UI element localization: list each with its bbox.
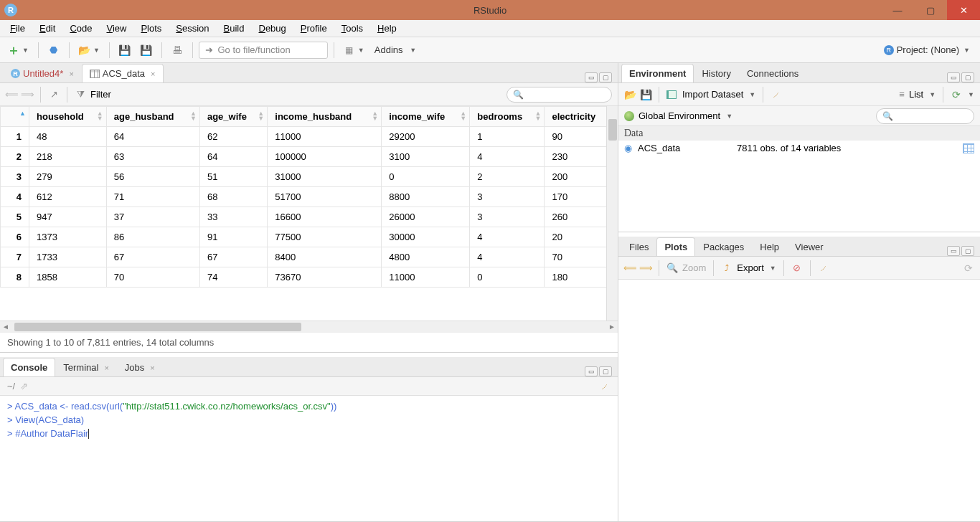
env-view-mode[interactable]: List [909, 89, 923, 100]
data-grid[interactable]: ▲ household▲▼ age_husband▲▼ age_wife▲▼ i… [0, 106, 618, 321]
save-button[interactable]: 💾 [116, 41, 134, 60]
tab-acsdata[interactable]: ACS_data × [82, 64, 164, 82]
refresh-icon[interactable]: ⟳ [951, 89, 962, 100]
menu-plots[interactable]: Plots [135, 22, 167, 35]
forward-icon[interactable]: ⟹ [22, 89, 33, 100]
menu-profile[interactable]: Profile [295, 22, 333, 35]
tab-plots[interactable]: Plots [656, 237, 695, 256]
filter-label[interactable]: Filter [90, 89, 111, 100]
table-row[interactable]: 327956513100002200 [1, 167, 618, 187]
table-row[interactable]: 14864621100029200190 [1, 127, 618, 147]
back-icon[interactable]: ⟸ [6, 89, 17, 100]
table-row[interactable]: 2218636410000031004230 [1, 147, 618, 167]
zoom-icon[interactable]: 🔍 [666, 262, 678, 274]
tab-console[interactable]: Console [3, 358, 55, 376]
pane-maximize-button[interactable]: ▢ [961, 246, 974, 256]
menu-edit[interactable]: Edit [34, 22, 61, 35]
pane-maximize-button[interactable]: ▢ [599, 366, 612, 376]
close-tab-icon[interactable]: × [69, 70, 73, 78]
window-maximize-button[interactable]: ▢ [914, 0, 947, 20]
menu-debug[interactable]: Debug [253, 22, 292, 35]
pane-minimize-button[interactable]: ▭ [947, 72, 960, 82]
pane-minimize-button[interactable]: ▭ [947, 246, 960, 256]
print-button[interactable]: 🖶 [168, 41, 187, 60]
table-row[interactable]: 461271685170088003170 [1, 187, 618, 207]
goto-file-input[interactable]: ➜ Go to file/function [199, 42, 328, 59]
close-icon[interactable]: × [104, 364, 108, 372]
tab-terminal[interactable]: Terminal× [55, 358, 117, 376]
window-minimize-button[interactable]: — [881, 0, 914, 20]
col-age-husband[interactable]: age_husband▲▼ [106, 107, 199, 127]
new-project-button[interactable]: ⬣ [44, 41, 63, 60]
col-rownum[interactable]: ▲ [1, 107, 29, 127]
menu-build[interactable]: Build [218, 22, 250, 35]
col-income-husband[interactable]: income_husband▲▼ [268, 107, 382, 127]
close-icon[interactable]: × [150, 364, 154, 372]
app-icon: R [4, 4, 17, 16]
plot-next-icon[interactable]: ⟹ [640, 262, 651, 274]
save-workspace-icon[interactable]: 💾 [640, 89, 651, 100]
tab-acsdata-label: ACS_data [103, 68, 145, 79]
tab-files[interactable]: Files [621, 237, 656, 256]
horizontal-scrollbar[interactable]: ◄ ► [0, 321, 618, 332]
env-scope[interactable]: Global Environment [639, 110, 720, 121]
load-workspace-icon[interactable]: 📂 [624, 89, 636, 100]
plot-area [618, 280, 980, 521]
goto-wd-icon[interactable]: ⇗ [18, 381, 29, 392]
env-search[interactable]: 🔍 [876, 108, 974, 124]
clear-console-icon[interactable]: ⟋ [599, 381, 611, 392]
menu-view[interactable]: View [100, 22, 132, 35]
table-row[interactable]: 6137386917750030000420 [1, 227, 618, 247]
menu-help[interactable]: Help [372, 22, 402, 35]
menu-session[interactable]: Session [170, 22, 215, 35]
menu-tools[interactable]: Tools [336, 22, 369, 35]
window-close-button[interactable]: ✕ [947, 0, 980, 20]
pane-maximize-button[interactable]: ▢ [961, 72, 974, 82]
col-income-wife[interactable]: income_wife▲▼ [382, 107, 470, 127]
save-all-button[interactable]: 💾 [137, 41, 156, 60]
addins-button[interactable]: Addins ▼ [371, 41, 420, 60]
pane-minimize-button[interactable]: ▭ [585, 72, 598, 82]
refresh-plot-icon[interactable]: ⟳ [963, 262, 974, 274]
table-row[interactable]: 81858707473670110000180 [1, 267, 618, 288]
grid-layout-button[interactable]: ▦▼ [340, 41, 368, 60]
tab-viewer[interactable]: Viewer [787, 237, 831, 256]
col-bedrooms[interactable]: bedrooms▲▼ [470, 107, 545, 127]
clear-workspace-icon[interactable]: ⟋ [771, 89, 782, 100]
tab-help[interactable]: Help [752, 237, 787, 256]
vertical-scrollbar[interactable] [606, 106, 618, 321]
tab-packages[interactable]: Packages [695, 237, 752, 256]
export-button[interactable]: Export [737, 262, 764, 273]
plot-prev-icon[interactable]: ⟸ [624, 262, 636, 274]
open-file-button[interactable]: 📂▼ [75, 41, 103, 60]
import-dataset-button[interactable]: Import Dataset [682, 89, 743, 100]
view-data-icon[interactable] [963, 143, 974, 153]
expand-icon[interactable]: ◉ [624, 143, 632, 153]
close-tab-icon[interactable]: × [151, 70, 155, 78]
menu-bar: File Edit Code View Plots Session Build … [0, 20, 980, 37]
env-item-acsdata[interactable]: ◉ ACS_data 7811 obs. of 14 variables [618, 141, 980, 156]
tab-environment[interactable]: Environment [621, 64, 694, 82]
dataviewer-search[interactable]: 🔍 [507, 87, 612, 103]
menu-file[interactable]: File [4, 22, 31, 35]
table-row[interactable]: 71733676784004800470 [1, 247, 618, 267]
tab-connections[interactable]: Connections [739, 64, 806, 82]
col-household[interactable]: household▲▼ [29, 107, 107, 127]
col-age-wife[interactable]: age_wife▲▼ [199, 107, 267, 127]
menu-code[interactable]: Code [64, 22, 98, 35]
new-file-button[interactable]: ＋▼ [4, 41, 32, 60]
project-menu[interactable]: R Project: (None) ▼ [878, 44, 976, 55]
console-output[interactable]: > ACS_data <- read.csv(url("http://stat5… [0, 396, 618, 521]
clear-plots-icon[interactable]: ⟋ [818, 262, 829, 274]
popout-icon[interactable]: ↗ [48, 89, 60, 100]
pane-maximize-button[interactable]: ▢ [599, 72, 612, 82]
search-icon: 🔍 [882, 111, 893, 121]
remove-plot-icon[interactable]: ⊘ [791, 262, 803, 274]
table-row[interactable]: 5947373316600260003260 [1, 207, 618, 227]
tab-jobs[interactable]: Jobs× [117, 358, 163, 376]
tab-untitled4[interactable]: R Untitled4* × [3, 64, 82, 82]
tab-history[interactable]: History [694, 64, 738, 82]
zoom-label[interactable]: Zoom [682, 262, 706, 273]
list-icon: ≡ [899, 89, 905, 100]
pane-minimize-button[interactable]: ▭ [585, 366, 598, 376]
